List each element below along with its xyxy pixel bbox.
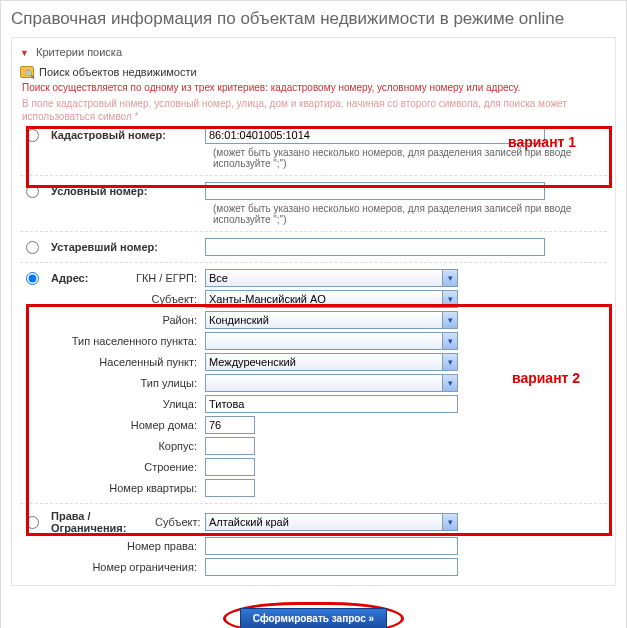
input-old[interactable]	[205, 238, 545, 256]
select-gkn[interactable]: Все	[205, 269, 458, 287]
criteria-panel: ▼ Критерии поиска Поиск объектов недвижи…	[11, 37, 616, 586]
label-flat: Номер квартиры:	[20, 482, 205, 494]
hint-cadastral: (может быть указано несколько номеров, д…	[213, 147, 607, 169]
search-folder-icon	[20, 66, 34, 78]
label-right-no: Номер права:	[20, 540, 205, 552]
label-settlement: Населенный пункт:	[20, 356, 205, 368]
note-wildcard: В поле кадастровый номер, условный номер…	[22, 97, 607, 123]
label-old: Устаревший номер:	[51, 241, 158, 253]
triangle-down-icon: ▼	[20, 48, 29, 58]
input-right-no[interactable]	[205, 537, 458, 555]
label-subject: Субъект:	[20, 293, 205, 305]
label-street-type: Тип улицы:	[20, 377, 205, 389]
hint-conditional: (может быть указано несколько номеров, д…	[213, 203, 607, 225]
input-conditional[interactable]	[205, 182, 545, 200]
radio-old[interactable]	[26, 241, 39, 254]
panel-toggle[interactable]: ▼ Критерии поиска	[20, 44, 607, 64]
select-settlement-type[interactable]	[205, 332, 458, 350]
section-title: Поиск объектов недвижимости	[39, 66, 197, 78]
radio-address[interactable]	[26, 272, 39, 285]
label-address: Адрес:	[51, 272, 88, 284]
select-subject[interactable]: Ханты-Мансийский АО	[205, 290, 458, 308]
label-street: Улица:	[20, 398, 205, 410]
note-criteria: Поиск осуществляется по одному из трех к…	[22, 81, 607, 94]
page-title: Справочная информация по объектам недвиж…	[11, 9, 616, 29]
radio-conditional[interactable]	[26, 185, 39, 198]
label-restriction-no: Номер ограничения:	[20, 561, 205, 573]
panel-title: Критерии поиска	[36, 46, 122, 58]
input-cadastral[interactable]	[205, 126, 545, 144]
input-building[interactable]	[205, 458, 255, 476]
select-street-type[interactable]	[205, 374, 458, 392]
radio-rights[interactable]	[26, 516, 39, 529]
input-flat[interactable]	[205, 479, 255, 497]
label-rights: Права / Ограничения:	[51, 510, 147, 534]
radio-cadastral[interactable]	[26, 129, 39, 142]
label-settlement-type: Тип населенного пункта:	[20, 335, 205, 347]
label-house: Номер дома:	[20, 419, 205, 431]
annotation-oval: Сформировать запрос »	[223, 602, 404, 628]
select-rights-subject[interactable]: Алтайский край	[205, 513, 458, 531]
label-conditional: Условный номер:	[51, 185, 147, 197]
label-rights-subject: Субъект:	[155, 516, 205, 528]
select-district[interactable]: Кондинский	[205, 311, 458, 329]
select-settlement[interactable]: Междуреченский	[205, 353, 458, 371]
label-gkn: ГКН / ЕГРП:	[100, 272, 205, 284]
input-house[interactable]	[205, 416, 255, 434]
label-cadastral: Кадастровый номер:	[51, 129, 166, 141]
input-corp[interactable]	[205, 437, 255, 455]
label-corp: Корпус:	[20, 440, 205, 452]
input-restriction-no[interactable]	[205, 558, 458, 576]
submit-button[interactable]: Сформировать запрос »	[240, 608, 387, 628]
label-district: Район:	[20, 314, 205, 326]
input-street[interactable]	[205, 395, 458, 413]
label-building: Строение:	[20, 461, 205, 473]
